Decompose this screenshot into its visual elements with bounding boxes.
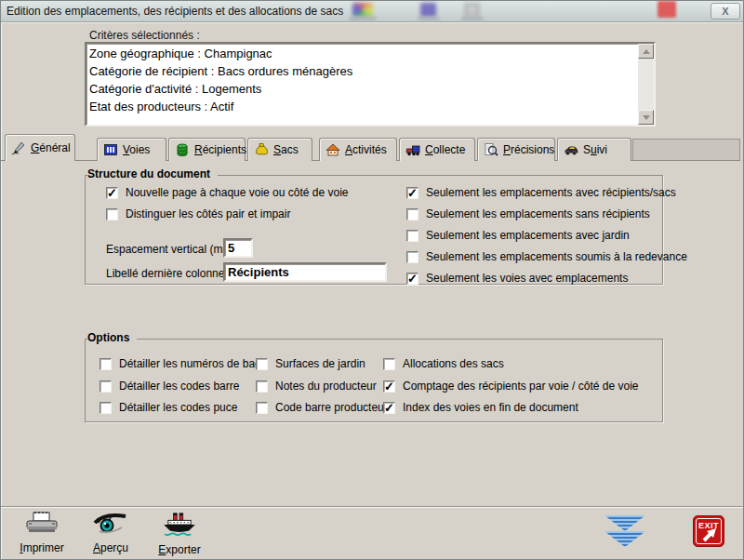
checkbox-label: Seulement les emplacements sans récipien… xyxy=(426,207,650,220)
exit-icon: EXIT xyxy=(696,518,722,544)
export-button[interactable]: Exporter xyxy=(152,512,207,556)
checkbox-box[interactable] xyxy=(406,187,418,199)
tab-collecte[interactable]: Collecte xyxy=(399,138,475,161)
checkbox-nouvelle-page[interactable]: Nouvelle page à chaque voie ou côté de v… xyxy=(106,186,349,199)
spacing-input[interactable] xyxy=(223,238,253,258)
checkbox-label: Seulement les voies avec emplacements xyxy=(426,272,628,285)
tab-label: Voies xyxy=(123,143,150,156)
tab-label: Suivi xyxy=(583,143,607,156)
preview-button[interactable]: Aperçu xyxy=(85,512,137,554)
scroll-up-button[interactable] xyxy=(638,44,654,59)
checkbox-label: Détailler les codes barre xyxy=(119,380,239,393)
options-title: Options xyxy=(87,331,137,344)
last-column-input[interactable] xyxy=(223,262,387,282)
tab-precisions[interactable]: Précisions xyxy=(477,138,555,161)
dialog-body: Critères sélectionnés : Zone géographiqu… xyxy=(1,22,743,559)
tab-label: Activités xyxy=(345,143,387,156)
checkbox-label: Allocations des sacs xyxy=(403,357,504,370)
checkbox-box[interactable] xyxy=(406,273,418,285)
print-button[interactable]: Imprimer xyxy=(14,512,70,554)
tab-recipients[interactable]: Récipients xyxy=(168,138,246,161)
checkbox-box[interactable] xyxy=(406,208,418,220)
close-button[interactable]: X xyxy=(711,3,740,20)
checkbox-box[interactable] xyxy=(100,380,112,393)
tab-sacs[interactable]: Sacs xyxy=(247,138,312,161)
exit-button[interactable]: EXIT xyxy=(693,515,724,547)
checkbox-cotes-pair-impair[interactable]: Distinguer les côtés pair et impair xyxy=(106,207,290,220)
checkbox-codes-puce[interactable]: Détailler les codes puce xyxy=(100,401,237,414)
checkbox-box[interactable] xyxy=(256,380,268,393)
checkbox-index-voies[interactable]: Index des voies en fin de document xyxy=(383,401,578,414)
title-bar: Edition des emplacements, des récipients… xyxy=(1,1,743,22)
export-label: Exporter xyxy=(158,543,200,556)
checkbox-box[interactable] xyxy=(100,402,112,414)
tab-activites[interactable]: Activités xyxy=(319,138,397,161)
structure-title: Structure du document xyxy=(87,167,218,180)
checkbox-emplacements-sans-recipients[interactable]: Seulement les emplacements sans récipien… xyxy=(406,207,650,220)
checkbox-label: Seulement les emplacements avec récipien… xyxy=(426,186,676,199)
expand-down-button[interactable] xyxy=(604,515,646,551)
blurred-background-text xyxy=(461,17,484,20)
checkbox-label: Surfaces de jardin xyxy=(275,357,365,370)
car-icon xyxy=(564,142,578,157)
tab-general[interactable]: Général xyxy=(5,134,75,161)
checkbox-notes-producteur[interactable]: Notes du producteur xyxy=(256,380,377,393)
checkbox-code-barre-producteur[interactable]: Code barre producteur xyxy=(256,401,388,414)
checkbox-box[interactable] xyxy=(100,358,112,370)
scroll-down-button[interactable] xyxy=(638,110,654,125)
checkbox-box[interactable] xyxy=(406,230,418,242)
tab-suivi[interactable]: Suivi xyxy=(557,138,631,161)
checkbox-emplacements-avec-jardin[interactable]: Seulement les emplacements avec jardin xyxy=(406,229,630,242)
checkbox-box[interactable] xyxy=(106,208,118,220)
scrollbar[interactable] xyxy=(638,44,654,125)
checkbox-comptage-recipients[interactable]: Comptage des récipients par voie / côté … xyxy=(383,380,638,393)
road-icon xyxy=(103,142,118,157)
bin-icon xyxy=(175,142,190,157)
blurred-background-icon xyxy=(420,3,436,17)
ship-icon xyxy=(161,512,198,541)
bag-icon xyxy=(254,142,269,157)
criteria-label: Critères sélectionnés : xyxy=(89,29,200,42)
close-icon: X xyxy=(722,6,728,17)
magnifier-icon xyxy=(484,142,498,157)
blurred-background-icon xyxy=(658,1,676,18)
print-label: Imprimer xyxy=(20,541,63,554)
blurred-background-icon xyxy=(464,3,480,17)
truck-icon xyxy=(405,142,420,157)
spacing-label: Espacement vertical (mm) xyxy=(106,243,235,256)
blurred-background-text xyxy=(349,17,377,20)
tab-label: Récipients xyxy=(194,143,246,156)
tab-strip: Général Voies xyxy=(1,134,743,161)
tab-label: Collecte xyxy=(425,143,465,156)
checkbox-emplacements-redevance[interactable]: Seulement les emplacements soumis à la r… xyxy=(406,250,687,263)
tab-label: Précisions xyxy=(503,143,554,156)
checkbox-emplacements-avec-recipients[interactable]: Seulement les emplacements avec récipien… xyxy=(406,186,676,199)
tab-label: Sacs xyxy=(273,143,299,156)
checkbox-voies-avec-emplacements[interactable]: Seulement les voies avec emplacements xyxy=(406,272,628,285)
checkbox-box[interactable] xyxy=(406,251,418,263)
tab-voies[interactable]: Voies xyxy=(97,138,166,161)
checkbox-codes-barre[interactable]: Détailler les codes barre xyxy=(100,380,239,393)
checkbox-box[interactable] xyxy=(256,358,268,370)
preview-label: Aperçu xyxy=(93,541,128,554)
checkbox-label: Index des voies en fin de document xyxy=(403,401,578,414)
checkbox-numeros-bacs[interactable]: Détailler les numéros de bacs xyxy=(100,357,266,370)
criteria-listbox[interactable]: Zone géographique : Champignac Catégorie… xyxy=(85,42,656,127)
checkbox-box[interactable] xyxy=(256,402,268,414)
tab-filler xyxy=(632,139,740,160)
checkbox-label: Détailler les numéros de bacs xyxy=(119,357,266,370)
printer-icon xyxy=(25,512,59,540)
checkbox-box[interactable] xyxy=(383,402,395,414)
checkbox-label: Seulement les emplacements soumis à la r… xyxy=(426,250,687,263)
checkbox-surfaces-jardin[interactable]: Surfaces de jardin xyxy=(256,357,365,370)
checkbox-allocations-sacs[interactable]: Allocations des sacs xyxy=(383,357,504,370)
checkbox-box[interactable] xyxy=(383,380,395,393)
checkbox-box[interactable] xyxy=(383,358,395,370)
criteria-line: Etat des producteurs : Actif xyxy=(89,98,635,115)
arrow-down-icon xyxy=(643,115,650,120)
options-groupbox: Options Détailler les numéros de bacs Dé… xyxy=(85,339,663,422)
blurred-background-text xyxy=(418,17,440,20)
checkbox-box[interactable] xyxy=(106,187,118,199)
window-title: Edition des emplacements, des récipients… xyxy=(7,5,343,18)
checkbox-label: Distinguer les côtés pair et impair xyxy=(126,207,290,220)
